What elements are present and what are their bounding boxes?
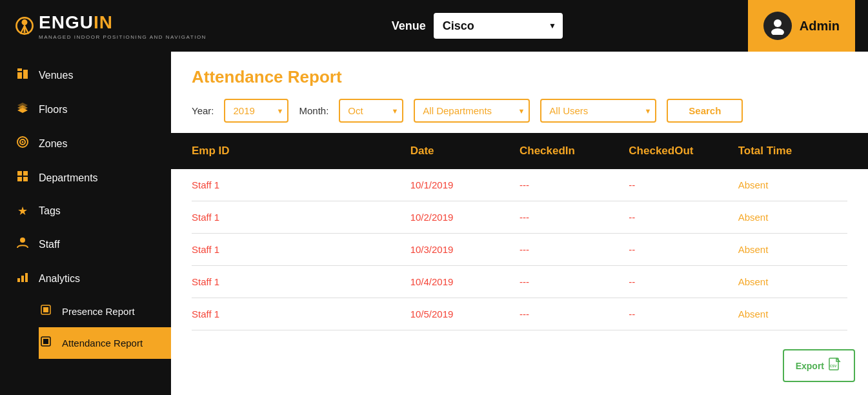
floors-icon: [15, 101, 30, 117]
table-row: Staff 1 10/1/2019 --- -- Absent: [192, 169, 847, 201]
sidebar-label-attendance: Attendance Report: [62, 338, 143, 349]
cell-emp-id: Staff 1: [192, 309, 410, 319]
cell-date: 10/4/2019: [410, 276, 520, 287]
sidebar-label-presence: Presence Report: [62, 306, 135, 317]
logo-text-in: IN: [94, 12, 113, 32]
user-name: Admin: [800, 19, 840, 34]
sidebar-item-floors[interactable]: Floors: [0, 92, 171, 127]
svg-rect-21: [43, 339, 48, 344]
table-header: Emp ID Date CheckedIn CheckedOut Total T…: [171, 133, 868, 169]
svg-point-3: [771, 28, 784, 35]
logo: ENGUIN MANAGED INDOOR POSITIONING AND NA…: [13, 12, 207, 40]
svg-point-9: [22, 141, 24, 143]
department-select[interactable]: All Departments: [414, 99, 530, 123]
cell-total-time: Absent: [738, 212, 847, 223]
search-button[interactable]: Search: [667, 99, 743, 123]
venue-select[interactable]: Cisco Other Venue: [434, 13, 563, 39]
staff-icon: [15, 236, 30, 252]
presence-icon: [39, 305, 53, 318]
venues-icon: [15, 67, 30, 83]
cell-emp-id: Staff 1: [192, 179, 410, 190]
svg-rect-6: [17, 68, 22, 71]
sidebar-item-analytics[interactable]: Analytics: [0, 261, 171, 296]
cell-total-time: Absent: [738, 244, 847, 255]
cell-checked-in: ---: [520, 179, 629, 190]
page-title: Attendance Report: [192, 67, 847, 87]
col-total-time: Total Time: [738, 145, 847, 157]
month-select[interactable]: JanFebMar AprMayJun JulAugSep OctNovDec: [339, 99, 403, 123]
table-row: Staff 1 10/4/2019 --- -- Absent: [192, 266, 847, 298]
cell-emp-id: Staff 1: [192, 276, 410, 287]
cell-checked-in: ---: [520, 276, 629, 287]
cell-checked-out: --: [629, 276, 738, 287]
filter-row: Year: 2019 2020 2021 Month: JanFebMar Ap…: [192, 99, 847, 123]
cell-checked-out: --: [629, 212, 738, 223]
sidebar-label-zones: Zones: [39, 138, 67, 150]
sidebar: Venues Floors: [0, 52, 171, 395]
month-select-wrap: JanFebMar AprMayJun JulAugSep OctNovDec: [339, 99, 403, 123]
user-area: Admin: [748, 0, 855, 52]
svg-rect-13: [23, 177, 28, 181]
cell-date: 10/3/2019: [410, 244, 520, 255]
cell-date: 10/1/2019: [410, 179, 520, 190]
csv-icon: CSV: [828, 357, 842, 374]
svg-rect-19: [43, 307, 48, 312]
cell-date: 10/5/2019: [410, 309, 520, 319]
col-checked-in: CheckedIn: [520, 145, 629, 157]
sidebar-item-departments[interactable]: Departments: [0, 161, 171, 195]
cell-emp-id: Staff 1: [192, 212, 410, 223]
table-row: Staff 1 10/3/2019 --- -- Absent: [192, 234, 847, 266]
sidebar-item-zones[interactable]: Zones: [0, 127, 171, 161]
sidebar-label-analytics: Analytics: [39, 273, 80, 285]
sidebar-label-staff: Staff: [39, 239, 60, 250]
svg-point-14: [20, 238, 25, 243]
cell-date: 10/2/2019: [410, 212, 520, 223]
svg-rect-11: [23, 171, 28, 176]
col-emp-id: Emp ID: [192, 145, 410, 157]
table-row: Staff 1 10/2/2019 --- -- Absent: [192, 201, 847, 234]
analytics-icon: [15, 270, 30, 287]
department-select-wrap: All Departments: [414, 99, 530, 123]
col-checked-out: CheckedOut: [629, 145, 738, 157]
user-select[interactable]: All Users: [540, 99, 656, 123]
year-select[interactable]: 2019 2020 2021: [224, 99, 288, 123]
sidebar-item-attendance-report[interactable]: Attendance Report: [39, 327, 171, 359]
venue-label: Venue: [392, 19, 426, 33]
avatar: [763, 12, 792, 40]
sidebar-item-tags[interactable]: ★ Tags: [0, 195, 171, 227]
export-button[interactable]: Export CSV: [783, 349, 855, 382]
departments-icon: [15, 170, 30, 186]
sidebar-label-floors: Floors: [39, 104, 67, 116]
year-select-wrap: 2019 2020 2021: [224, 99, 288, 123]
sidebar-label-tags: Tags: [39, 205, 61, 217]
svg-rect-16: [21, 276, 24, 282]
table-body: Staff 1 10/1/2019 --- -- Absent Staff 1 …: [171, 169, 868, 330]
cell-checked-in: ---: [520, 244, 629, 255]
tags-icon: ★: [15, 204, 30, 218]
svg-rect-10: [17, 171, 22, 176]
svg-rect-5: [23, 70, 28, 79]
cell-checked-in: ---: [520, 212, 629, 223]
zones-icon: [15, 136, 30, 152]
svg-rect-4: [17, 72, 22, 79]
sidebar-item-staff[interactable]: Staff: [0, 227, 171, 261]
attendance-icon: [39, 336, 53, 350]
svg-rect-15: [17, 278, 20, 282]
svg-point-2: [774, 19, 782, 27]
sidebar-label-venues: Venues: [39, 70, 73, 81]
sidebar-item-venues[interactable]: Venues: [0, 58, 171, 92]
col-date: Date: [410, 145, 520, 157]
cell-checked-out: --: [629, 179, 738, 190]
cell-total-time: Absent: [738, 179, 847, 190]
logo-subtitle: MANAGED INDOOR POSITIONING AND NAVIGATIO…: [39, 34, 207, 40]
table-row: Staff 1 10/5/2019 --- -- Absent: [192, 298, 847, 330]
venue-selector-area: Venue Cisco Other Venue: [392, 13, 563, 39]
svg-rect-12: [17, 177, 22, 181]
year-label: Year:: [192, 105, 214, 116]
cell-checked-out: --: [629, 244, 738, 255]
svg-text:CSV: CSV: [830, 364, 837, 368]
sidebar-label-departments: Departments: [39, 172, 98, 184]
sidebar-item-presence-report[interactable]: Presence Report: [39, 296, 171, 327]
cell-checked-out: --: [629, 309, 738, 319]
cell-checked-in: ---: [520, 309, 629, 319]
